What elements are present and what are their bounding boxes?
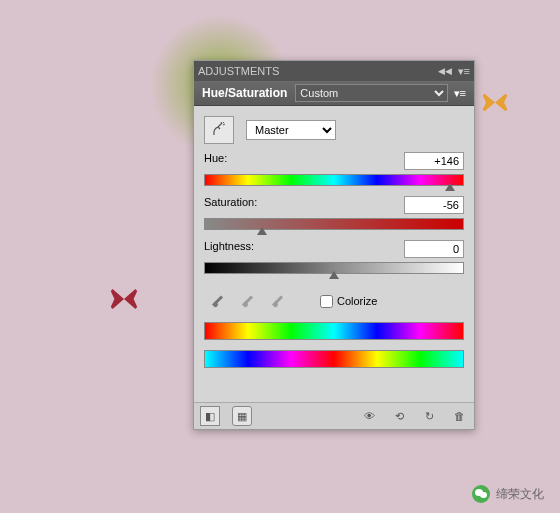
adjustment-header: Hue/Saturation Custom ▾≡	[194, 81, 474, 106]
output-spectrum	[204, 350, 464, 368]
lightness-label: Lightness:	[204, 240, 254, 252]
adjustments-panel: ADJUSTMENTS ◀◀ ▾≡ Hue/Saturation Custom …	[193, 60, 475, 430]
watermark: 缔荣文化	[472, 485, 544, 503]
eyedropper-icon[interactable]	[210, 292, 228, 310]
preset-menu-icon[interactable]: ▾≡	[454, 87, 466, 100]
butterfly-decoration	[480, 90, 510, 115]
color-range-select[interactable]: Master	[246, 120, 336, 140]
saturation-value[interactable]: -56	[404, 196, 464, 214]
adjustment-name: Hue/Saturation	[202, 86, 287, 100]
eyedropper-add-icon[interactable]	[240, 292, 258, 310]
panel-title: ADJUSTMENTS	[198, 65, 279, 77]
expand-view-icon[interactable]: ◧	[200, 406, 220, 426]
layer-toggle-icon[interactable]: ▦	[232, 406, 252, 426]
saturation-slider[interactable]	[204, 218, 464, 230]
hue-label: Hue:	[204, 152, 227, 164]
lightness-slider[interactable]	[204, 262, 464, 274]
saturation-label: Saturation:	[204, 196, 257, 208]
panel-titlebar: ADJUSTMENTS ◀◀ ▾≡	[194, 61, 474, 81]
visibility-icon[interactable]: 👁	[360, 407, 378, 425]
reset-icon[interactable]: ↻	[420, 407, 438, 425]
colorize-checkbox[interactable]: Colorize	[320, 295, 377, 308]
delete-icon[interactable]: 🗑	[450, 407, 468, 425]
input-spectrum	[204, 322, 464, 340]
lightness-value[interactable]: 0	[404, 240, 464, 258]
preset-select[interactable]: Custom	[295, 84, 447, 102]
collapse-icon[interactable]: ◀◀	[438, 66, 452, 76]
reset-previous-icon[interactable]: ⟲	[390, 407, 408, 425]
butterfly-decoration	[108, 285, 140, 313]
panel-footer: ◧ ▦ 👁 ⟲ ↻ 🗑	[194, 402, 474, 429]
hue-slider[interactable]	[204, 174, 464, 186]
panel-menu-icon[interactable]: ▾≡	[458, 65, 470, 78]
wechat-icon	[472, 485, 490, 503]
targeted-adjust-icon[interactable]	[204, 116, 234, 144]
eyedropper-subtract-icon[interactable]	[270, 292, 288, 310]
hue-value[interactable]: +146	[404, 152, 464, 170]
